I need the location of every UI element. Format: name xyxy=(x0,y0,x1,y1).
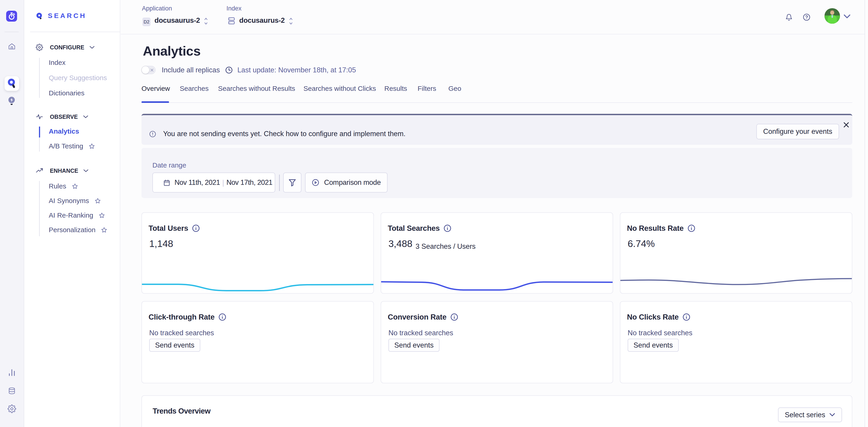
svg-text:SEARCH: SEARCH xyxy=(48,12,87,19)
